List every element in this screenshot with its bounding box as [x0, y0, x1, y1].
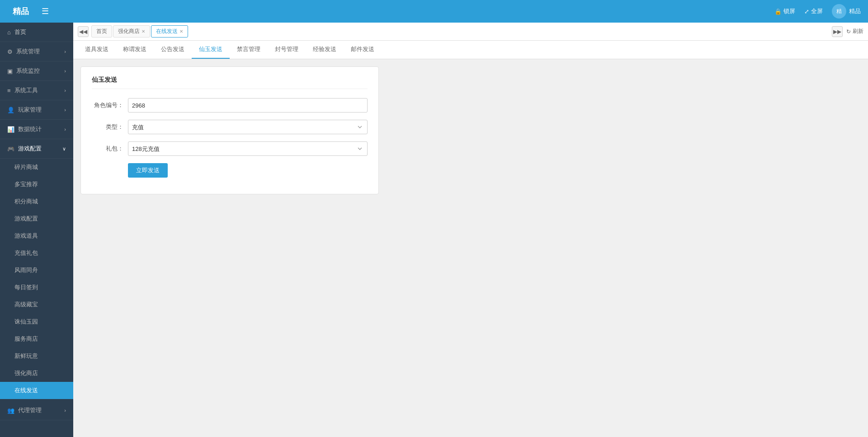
hamburger-icon[interactable]: ☰: [42, 6, 49, 16]
close-icon[interactable]: ✕: [142, 29, 145, 34]
sidebar-item-system-tools[interactable]: ≡ 系统工具 ›: [0, 81, 73, 100]
tab-ban-manage[interactable]: 封号管理: [268, 41, 306, 59]
arrow-icon: ›: [64, 68, 66, 74]
logo: 精品: [7, 4, 34, 19]
type-select[interactable]: 充值 礼包 其他: [128, 120, 368, 134]
breadcrumb-bar: ◀◀ 首页 强化商店 ✕ 在线发送 ✕ ▶▶ ↻ 刷新: [73, 23, 868, 41]
sidebar-sub-item-online-send[interactable]: 在线发送: [0, 382, 73, 399]
close-icon[interactable]: ✕: [179, 29, 183, 34]
sidebar-item-data-stats[interactable]: 📊 数据统计 ›: [0, 120, 73, 139]
content-area: ◀◀ 首页 强化商店 ✕ 在线发送 ✕ ▶▶ ↻ 刷新: [73, 23, 868, 437]
tab-mail-send[interactable]: 邮件发送: [344, 41, 382, 59]
sidebar-item-home[interactable]: ⌂ 首页: [0, 23, 73, 42]
arrow-icon: ›: [64, 127, 66, 132]
refresh-icon: ↻: [846, 28, 851, 35]
sidebar-sub-item-wind-boat[interactable]: 风雨同舟: [0, 262, 73, 279]
role-id-row: 角色编号：: [92, 98, 368, 113]
tab-exp-send[interactable]: 经验发送: [306, 41, 344, 59]
breadcrumb-tab-home[interactable]: 首页: [91, 25, 112, 38]
game-icon: 🎮: [7, 146, 14, 152]
gift-select[interactable]: 128元充值 64元充值 32元充值: [128, 141, 368, 156]
tab-mute-manage[interactable]: 禁言管理: [230, 41, 268, 59]
sidebar-item-player-management[interactable]: 👤 玩家管理 ›: [0, 100, 73, 120]
submit-button[interactable]: 立即发送: [128, 163, 168, 178]
main-layout: ⌂ 首页 ⚙ 系统管理 › ▣ 系统监控 › ≡ 系统工具 › 👤 玩家管理 ›…: [0, 23, 868, 437]
sidebar-sub-item-immortal-garden[interactable]: 诛仙玉园: [0, 313, 73, 330]
arrow-icon: ›: [64, 88, 66, 93]
tab-announce-send[interactable]: 公告发送: [154, 41, 192, 59]
sidebar-sub-item-daily-signin[interactable]: 每日签到: [0, 279, 73, 296]
stats-icon: 📊: [7, 126, 14, 133]
sidebar-item-game-config[interactable]: 🎮 游戏配置 ∨: [0, 139, 73, 159]
header-center: ☰: [34, 6, 774, 16]
sidebar-item-system-management[interactable]: ⚙ 系统管理 ›: [0, 42, 73, 61]
jade-send-card: 仙玉发送 角色编号： 类型： 充值 礼包 其他 礼包： 12: [80, 66, 379, 194]
lock-icon: 🔒: [774, 8, 782, 15]
sidebar-sub-item-game-props[interactable]: 游戏道具: [0, 227, 73, 244]
fullscreen-button[interactable]: ⤢ 全屏: [804, 7, 823, 15]
role-id-input[interactable]: [128, 98, 368, 113]
breadcrumb-prev-button[interactable]: ◀◀: [78, 26, 89, 37]
tools-icon: ≡: [7, 87, 11, 94]
monitor-icon: ▣: [7, 68, 13, 75]
header: 精品 ☰ 🔒 锁屏 ⤢ 全屏 精 精品: [0, 0, 868, 23]
sidebar-item-agent-management[interactable]: 👥 代理管理 ›: [0, 401, 73, 420]
gift-label: 礼包：: [92, 145, 128, 153]
fullscreen-icon: ⤢: [804, 8, 809, 15]
tabs-bar: 道具发送 称谓发送 公告发送 仙玉发送 禁言管理 封号管理 经验发送 邮件发送: [73, 41, 868, 59]
sidebar: ⌂ 首页 ⚙ 系统管理 › ▣ 系统监控 › ≡ 系统工具 › 👤 玩家管理 ›…: [0, 23, 73, 437]
avatar: 精: [832, 4, 846, 19]
submit-row: 立即发送: [92, 163, 368, 178]
arrow-icon: ›: [64, 49, 66, 54]
tab-title-send[interactable]: 称谓发送: [116, 41, 154, 59]
sidebar-sub-item-multi-recommend[interactable]: 多宝推荐: [0, 176, 73, 193]
gear-icon: ⚙: [7, 48, 13, 55]
home-icon: ⌂: [7, 29, 11, 36]
user-info[interactable]: 精 精品: [832, 4, 861, 19]
breadcrumb-tab-enhance-shop[interactable]: 强化商店 ✕: [113, 25, 150, 38]
chevron-down-icon: ∨: [62, 146, 66, 152]
sidebar-sub-item-enhance-shop[interactable]: 强化商店: [0, 365, 73, 382]
sidebar-sub-item-game-config[interactable]: 游戏配置: [0, 210, 73, 227]
breadcrumb-tab-online-send[interactable]: 在线发送 ✕: [151, 25, 188, 38]
type-row: 类型： 充值 礼包 其他: [92, 120, 368, 134]
agent-icon: 👥: [7, 407, 14, 414]
sidebar-sub-item-advanced-treasure[interactable]: 高级藏宝: [0, 296, 73, 313]
sidebar-sub-item-points-shop[interactable]: 积分商城: [0, 193, 73, 210]
sidebar-sub-item-vip-shop[interactable]: 服务商店: [0, 330, 73, 348]
player-icon: 👤: [7, 107, 14, 113]
breadcrumb-right: ▶▶ ↻ 刷新: [832, 26, 863, 37]
arrow-icon: ›: [64, 408, 66, 413]
page-content: 仙玉发送 角色编号： 类型： 充值 礼包 其他 礼包： 12: [73, 59, 868, 437]
sidebar-sub-item-recharge-gift[interactable]: 充值礼包: [0, 244, 73, 262]
refresh-button[interactable]: ↻ 刷新: [846, 28, 863, 35]
header-right: 🔒 锁屏 ⤢ 全屏 精 精品: [774, 4, 861, 19]
tab-channel-send[interactable]: 道具发送: [78, 41, 116, 59]
gift-row: 礼包： 128元充值 64元充值 32元充值: [92, 141, 368, 156]
sidebar-sub-item-fresh-fun[interactable]: 新鲜玩意: [0, 348, 73, 365]
arrow-icon: ›: [64, 107, 66, 113]
breadcrumb-next-button[interactable]: ▶▶: [832, 26, 843, 37]
type-label: 类型：: [92, 123, 128, 131]
tab-jade-send[interactable]: 仙玉发送: [192, 41, 230, 59]
role-id-label: 角色编号：: [92, 101, 128, 109]
breadcrumb-tabs: 首页 强化商店 ✕ 在线发送 ✕: [91, 25, 829, 38]
sidebar-item-system-monitor[interactable]: ▣ 系统监控 ›: [0, 61, 73, 81]
card-title: 仙玉发送: [92, 76, 368, 89]
lock-button[interactable]: 🔒 锁屏: [774, 7, 795, 15]
sidebar-sub-item-shard-shop[interactable]: 碎片商城: [0, 159, 73, 176]
